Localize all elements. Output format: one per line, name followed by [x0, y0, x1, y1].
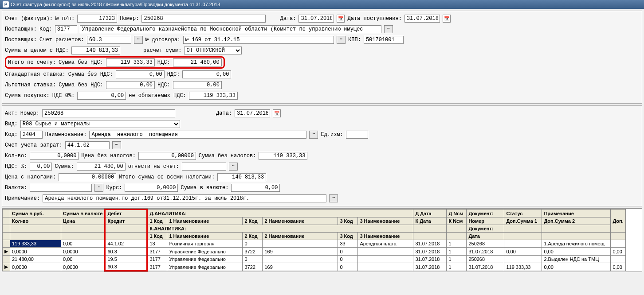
lookup-button[interactable]: ⋯: [329, 194, 338, 202]
sum-novat-label: Сумма без НДС:: [68, 71, 113, 78]
hdr-k-analytics[interactable]: К.АНАЛИТИКА:: [147, 225, 413, 233]
calc-select[interactable]: ОТ ОТПУСКНОЙ: [184, 47, 242, 54]
act-date-input[interactable]: [235, 109, 270, 117]
supplier-code-input[interactable]: [55, 25, 77, 33]
vat-pct-label: НДС: %:: [5, 163, 27, 170]
note-label: Примечание:: [5, 195, 40, 202]
receipt-date-input[interactable]: [404, 15, 440, 23]
sum-novat-input[interactable]: [106, 58, 155, 66]
sum-cur-label: Сумма в валюте:: [181, 185, 228, 191]
lookup-button[interactable]: ⋯: [229, 163, 238, 171]
hdr-credit[interactable]: Кредит: [105, 217, 147, 225]
sum-novat-label: Сумма без НДС:: [59, 59, 103, 66]
sum-vat-input[interactable]: [71, 47, 120, 54]
cost-account-input[interactable]: [65, 141, 110, 149]
hdr-status[interactable]: Статус: [504, 210, 542, 217]
notaxed-input[interactable]: [189, 92, 238, 100]
lookup-button[interactable]: ⋯: [94, 184, 103, 192]
std-rate-label: Стандартная ставка:: [5, 71, 66, 78]
pref-novat-input[interactable]: [106, 81, 155, 89]
date-input[interactable]: [298, 15, 334, 23]
hdr-sum-rub[interactable]: Сумма в руб.: [10, 210, 61, 217]
assign-input[interactable]: [182, 163, 226, 171]
act-number-input[interactable]: [42, 109, 175, 117]
number-input[interactable]: [141, 15, 266, 23]
hdr-dopsum1[interactable]: Доп.Сумма 1: [504, 217, 542, 225]
hdr-number[interactable]: Номер: [467, 217, 504, 225]
calendar-icon[interactable]: 📅: [337, 15, 345, 23]
hdr-name1[interactable]: 1 Наименование: [167, 217, 243, 225]
sum-cur-input[interactable]: [231, 184, 280, 192]
hdr-code2[interactable]: 2 Код: [243, 217, 263, 225]
table-row[interactable]: ▶0,00000,000060.33177Управление Федераль…: [3, 248, 626, 256]
rate-input[interactable]: [125, 184, 178, 192]
supplier-label2: Поставщик:: [5, 37, 37, 43]
hdr-dopsum2[interactable]: Доп.Сумма 2: [542, 217, 611, 225]
hdr-name3[interactable]: 3 Наименование: [358, 217, 413, 225]
hdr-code1b[interactable]: 1 Код: [147, 233, 167, 240]
vat-label: НДС:: [157, 59, 170, 66]
table-row[interactable]: 119 333,330,0044.1.0213Розничная торговл…: [3, 240, 626, 248]
hdr-name2[interactable]: 2 Наименование: [263, 217, 338, 225]
hdr-name1b[interactable]: 1 Наименование: [167, 233, 243, 240]
hdr-k-ncm[interactable]: К Ncм: [447, 217, 467, 225]
hdr-k-date[interactable]: К Дата: [413, 217, 447, 225]
hdr-code2b[interactable]: 2 Код: [243, 233, 263, 240]
hdr-dop[interactable]: Доп.: [611, 210, 625, 233]
lookup-button[interactable]: ⋯: [384, 25, 393, 33]
lookup-button[interactable]: ⋯: [337, 36, 346, 44]
price-notax-input[interactable]: [138, 152, 196, 160]
postings-grid[interactable]: Сумма в руб. Сумма в валюте Дебет Д.АНАЛ…: [2, 208, 642, 272]
kind-select[interactable]: R08 Сырье и материалы: [20, 120, 180, 128]
contract-input[interactable]: [183, 36, 334, 44]
hdr-code3b[interactable]: 3 Код: [338, 233, 358, 240]
vat-pct-input[interactable]: [30, 163, 52, 171]
supplier-name-input[interactable]: [80, 25, 381, 33]
hdr-name3b[interactable]: 3 Наименование: [358, 233, 413, 240]
sum-notax-input[interactable]: [259, 152, 307, 160]
table-row[interactable]: ▶0,00000,000060.33177Управление Федераль…: [3, 263, 626, 271]
np-input[interactable]: [77, 15, 117, 23]
hdr-debit[interactable]: Дебет: [105, 210, 147, 217]
calendar-icon[interactable]: 📅: [273, 109, 281, 117]
hdr-note[interactable]: Примечание: [542, 210, 611, 217]
rate-label: Курс:: [106, 185, 122, 191]
number-label: Номер:: [120, 16, 139, 22]
vat0-input[interactable]: [77, 92, 126, 100]
hdr-qty[interactable]: Кол-во: [10, 217, 61, 225]
lookup-button[interactable]: ⋯: [309, 131, 318, 139]
hdr-d-date[interactable]: Д Дата: [413, 210, 447, 217]
table-row[interactable]: 21 480,000,0019.53177Управление Федераль…: [3, 256, 626, 263]
act-label: Акт:: [5, 110, 18, 116]
note-input[interactable]: [43, 194, 326, 202]
std-novat-input[interactable]: [116, 70, 165, 78]
pref-vat-input[interactable]: [173, 81, 222, 89]
unit-input[interactable]: [346, 131, 368, 139]
calendar-icon[interactable]: 📅: [443, 15, 451, 23]
vat-sum-input[interactable]: [77, 163, 126, 171]
kpp-input[interactable]: [364, 36, 404, 44]
account-input[interactable]: [87, 36, 131, 44]
hdr-code1[interactable]: 1 Код: [147, 217, 167, 225]
total-tax-input[interactable]: [217, 173, 266, 181]
hdr-document[interactable]: Документ:: [467, 210, 504, 217]
hdr-doc2[interactable]: Документ:: [467, 225, 504, 233]
hdr-price[interactable]: Цена: [61, 217, 105, 225]
hdr-name2b[interactable]: 2 Наименование: [263, 233, 338, 240]
vat-input[interactable]: [173, 58, 222, 66]
price-tax-input[interactable]: [59, 173, 116, 181]
currency-input[interactable]: [30, 184, 92, 192]
lookup-button[interactable]: ⋯: [134, 36, 143, 44]
qty-input[interactable]: [30, 152, 79, 160]
hdr-code3[interactable]: 3 Код: [338, 217, 358, 225]
detail-panel: Акт: Номер: Дата: 📅 Вид: R08 Сырье и мат…: [2, 105, 642, 206]
hdr-sum-cur[interactable]: Сумма в валюте: [61, 210, 105, 217]
hdr-date[interactable]: Дата: [467, 233, 504, 240]
nom-code-input[interactable]: [20, 131, 43, 139]
kind-label: Вид:: [5, 121, 18, 127]
hdr-d-ncm[interactable]: Д Ncм: [447, 210, 467, 217]
hdr-d-analytics[interactable]: Д.АНАЛИТИКА:: [147, 210, 413, 217]
lookup-button[interactable]: ⋯: [112, 141, 121, 149]
nom-name-input[interactable]: [89, 131, 306, 139]
std-vat-input[interactable]: [182, 70, 231, 78]
